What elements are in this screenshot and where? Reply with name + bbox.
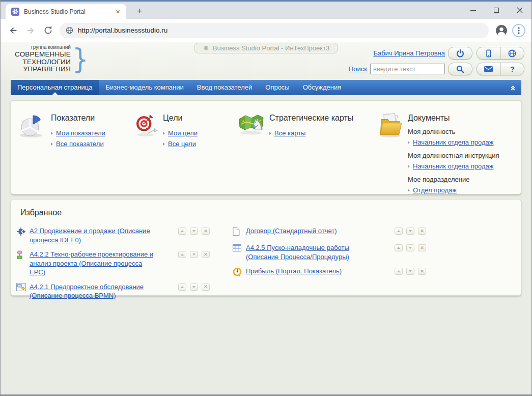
search-input[interactable] xyxy=(370,64,445,74)
mail-help-group: ? xyxy=(477,63,524,75)
header-search-row: Поиск xyxy=(349,63,524,75)
portal-page: группа компаний СОВРЕМЕННЫЕ ТЕХНОЛОГИИ У… xyxy=(1,42,531,394)
move-down-button[interactable] xyxy=(190,284,198,291)
arrow-bullet-icon xyxy=(408,189,410,192)
section-title: Цели xyxy=(163,114,198,123)
main-navigation: Персональная страница Бизнес-модель комп… xyxy=(11,80,521,95)
move-down-button[interactable] xyxy=(406,268,414,275)
favorite-link-commissioning[interactable]: А4.2.5 Пуско-наладочные работы (Описание… xyxy=(246,243,374,261)
feedback-mail-button[interactable] xyxy=(477,63,500,75)
back-button[interactable] xyxy=(5,22,22,39)
language-button[interactable] xyxy=(500,47,524,59)
nav-tab-personal-page[interactable]: Персональная страница xyxy=(11,80,99,95)
overview-card: Показатели Мои показатели Все показатели xyxy=(11,100,521,194)
move-up-button[interactable] xyxy=(395,268,403,275)
forward-button[interactable] xyxy=(22,22,39,39)
new-tab-button[interactable]: + xyxy=(133,5,146,17)
favorite-link-contract-report[interactable]: Договор (Стандартный отчет) xyxy=(246,227,374,238)
move-down-button[interactable] xyxy=(190,228,198,235)
search-link[interactable]: Поиск xyxy=(349,65,367,73)
mobile-version-button[interactable] xyxy=(477,47,500,59)
logo-brace: } xyxy=(72,43,89,76)
move-up-button[interactable] xyxy=(178,228,186,235)
my-goals-link[interactable]: Мои цели xyxy=(168,129,198,137)
remove-favorite-button[interactable]: ✕ xyxy=(202,228,210,235)
move-up-button[interactable] xyxy=(178,284,186,291)
move-down-button[interactable] xyxy=(406,228,414,235)
favorite-item-actions: ✕ xyxy=(395,227,426,238)
avatar-icon xyxy=(495,24,508,37)
up-arrow-icon xyxy=(181,230,184,232)
my-department-link[interactable]: Отдел продаж xyxy=(413,186,457,194)
move-down-button[interactable] xyxy=(190,251,198,258)
logo-line: УПРАВЛЕНИЯ xyxy=(15,66,71,73)
favorite-link-bpmn[interactable]: А4.2.1 Предпроектное обследование (Описа… xyxy=(30,282,158,300)
my-job-description-link[interactable]: Начальник отдела продаж xyxy=(413,162,493,170)
browser-profile-button[interactable] xyxy=(493,22,510,39)
favorite-item-actions: ✕ xyxy=(178,282,210,300)
all-maps-link[interactable]: Все карты xyxy=(274,129,305,137)
arrow-bullet-icon xyxy=(51,132,53,135)
arrow-bullet-icon xyxy=(163,132,165,135)
site-globe-icon xyxy=(66,26,73,34)
question-mark-icon: ? xyxy=(510,65,515,73)
nav-tab-surveys[interactable]: Опросы xyxy=(259,80,296,95)
maximize-button[interactable] xyxy=(485,2,508,19)
remove-favorite-button[interactable]: ✕ xyxy=(418,228,426,235)
remove-icon: ✕ xyxy=(204,229,208,234)
favorite-link-epc[interactable]: А4.2.2 Техно-рабочее проектирование и ан… xyxy=(30,250,158,277)
all-goals-link[interactable]: Все цели xyxy=(168,140,196,148)
close-button[interactable] xyxy=(508,2,531,19)
my-indicators-link[interactable]: Мои показатели xyxy=(56,129,105,137)
documents-folder-icon xyxy=(378,112,404,138)
favorites-right-column: Договор (Стандартный отчет) ✕ xyxy=(233,227,426,285)
favorite-item: Договор (Стандартный отчет) ✕ xyxy=(233,227,426,238)
move-down-button[interactable] xyxy=(406,244,414,251)
gauge-indicator-icon xyxy=(233,267,242,277)
window-controls xyxy=(461,2,531,19)
nav-tab-business-model[interactable]: Бизнес-модель компании xyxy=(99,80,190,95)
favorites-card: Избранное А2 Продвижение и продажи (Опис… xyxy=(11,199,521,296)
favorite-link-idef0[interactable]: А2 Продвижение и продажи (Описание проце… xyxy=(30,227,158,244)
remove-favorite-button[interactable]: ✕ xyxy=(418,244,426,251)
section-strategy-maps: ♞ Стратегические карты Все карты xyxy=(237,112,353,138)
down-arrow-icon xyxy=(192,286,195,288)
power-icon xyxy=(456,49,465,58)
help-button[interactable]: ? xyxy=(500,63,524,75)
forward-icon xyxy=(25,25,36,36)
reload-button[interactable] xyxy=(39,22,57,39)
address-bar[interactable]: http://portal.businessstudio.ru xyxy=(60,23,489,38)
favorite-item: Прибыль (Портал. Показатель) ✕ xyxy=(233,267,426,279)
portal-title-text: Business Studio Portal - ИнТехПроект3 xyxy=(213,44,330,52)
move-up-button[interactable] xyxy=(395,228,403,235)
page-content: Показатели Мои показатели Все показатели xyxy=(1,95,531,394)
down-arrow-icon xyxy=(409,247,412,249)
browser-titlebar: Business Studio Portal × + xyxy=(1,2,531,19)
search-button[interactable] xyxy=(448,63,472,75)
remove-favorite-button[interactable]: ✕ xyxy=(202,284,210,291)
minimize-button[interactable] xyxy=(461,2,485,19)
favorite-link-profit-indicator[interactable]: Прибыль (Портал. Показатель) xyxy=(246,267,374,279)
remove-favorite-button[interactable]: ✕ xyxy=(418,268,426,275)
collapse-menu-button[interactable] xyxy=(509,80,517,95)
minimize-icon xyxy=(470,10,476,11)
nav-tab-discussions[interactable]: Обсуждения xyxy=(296,80,348,95)
remove-icon: ✕ xyxy=(204,285,208,289)
up-arrow-icon xyxy=(397,270,400,272)
double-chevron-up-icon xyxy=(509,84,517,92)
epc-diagram-icon xyxy=(16,250,23,260)
target-icon xyxy=(135,112,159,137)
move-up-button[interactable] xyxy=(395,244,403,251)
section-goals: Цели Мои цели Все цели xyxy=(135,112,198,149)
tab-close-icon[interactable]: × xyxy=(114,7,122,16)
browser-tab[interactable]: Business Studio Portal × xyxy=(6,4,126,19)
nav-tab-indicator-input[interactable]: Ввод показателей xyxy=(190,80,259,95)
browser-menu-button[interactable] xyxy=(510,22,527,39)
user-name-link[interactable]: Бабич Ирина Петровна xyxy=(373,49,445,57)
move-up-button[interactable] xyxy=(178,251,186,258)
my-position-link[interactable]: Начальник отдела продаж xyxy=(413,138,493,146)
all-indicators-link[interactable]: Все показатели xyxy=(56,140,104,148)
close-icon xyxy=(517,7,523,13)
remove-favorite-button[interactable]: ✕ xyxy=(202,251,210,258)
logout-button[interactable] xyxy=(448,47,472,60)
